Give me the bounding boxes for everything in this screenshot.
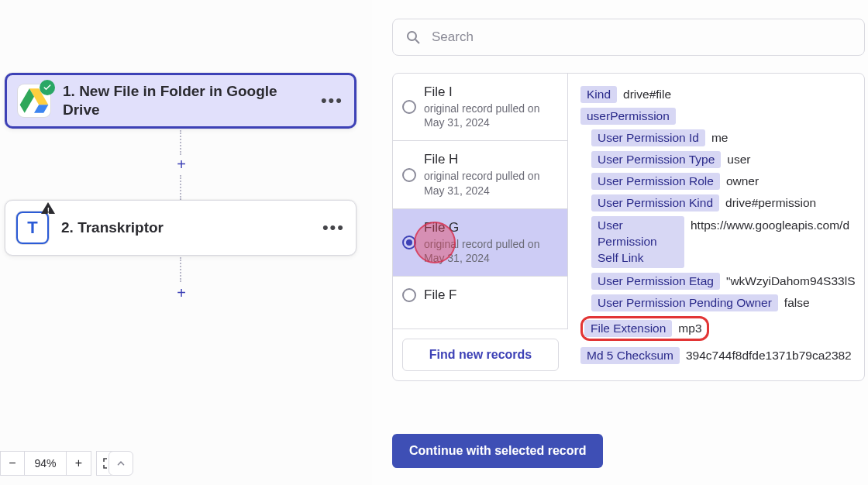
record-meta: original record pulled onMay 31, 2024 bbox=[424, 169, 555, 197]
detail-key: User Permission Pending Owner bbox=[591, 294, 778, 311]
zoom-out-button[interactable]: − bbox=[0, 451, 25, 476]
detail-key: User Permission Role bbox=[591, 173, 720, 190]
collapse-panel-button[interactable] bbox=[108, 451, 133, 476]
detail-row: User Permission Typeuser bbox=[591, 151, 856, 168]
record-list[interactable]: File I original record pulled onMay 31, … bbox=[393, 74, 568, 328]
detail-key: File Extension bbox=[584, 320, 672, 337]
record-item[interactable]: File G original record pulled onMay 31, … bbox=[393, 209, 567, 277]
detail-key: User Permission Etag bbox=[591, 273, 720, 290]
connector bbox=[180, 257, 181, 282]
record-meta: original record pulled onMay 31, 2024 bbox=[424, 237, 555, 265]
detail-key: User Permission Type bbox=[591, 151, 721, 168]
step-menu-button[interactable]: ••• bbox=[321, 91, 343, 111]
step-card-1[interactable]: 1. New File in Folder in Google Drive ••… bbox=[5, 73, 356, 129]
detail-key: Kind bbox=[580, 86, 617, 103]
search-field-wrap[interactable] bbox=[392, 19, 865, 56]
record-picker: File I original record pulled onMay 31, … bbox=[392, 73, 865, 381]
record-name: File I bbox=[424, 84, 555, 100]
record-item[interactable]: File H original record pulled onMay 31, … bbox=[393, 141, 567, 208]
radio-icon bbox=[402, 100, 416, 114]
connector bbox=[180, 175, 181, 200]
search-icon bbox=[405, 29, 421, 45]
record-name: File F bbox=[424, 287, 555, 303]
find-row: Find new records bbox=[393, 328, 568, 380]
detail-key: User Permission Self Link bbox=[591, 216, 684, 268]
detail-row: User Permission Pending Ownerfalse bbox=[591, 294, 856, 311]
add-step-button[interactable]: + bbox=[172, 284, 191, 302]
record-meta: original record pulled onMay 31, 2024 bbox=[424, 101, 555, 129]
zoom-in-button[interactable]: + bbox=[67, 451, 91, 476]
record-name: File H bbox=[424, 152, 555, 167]
record-item[interactable]: File I original record pulled onMay 31, … bbox=[393, 74, 567, 141]
record-name: File G bbox=[424, 220, 555, 236]
warn-glyph: ! bbox=[47, 207, 50, 215]
workflow-canvas: 1. New File in Folder in Google Drive ••… bbox=[0, 0, 372, 485]
step-card-2[interactable]: T ! 2. Transkriptor ••• bbox=[5, 200, 356, 256]
step-title: 1. New File in Folder in Google Drive bbox=[63, 82, 308, 119]
detail-value: owner bbox=[726, 174, 759, 188]
detail-value: https://www.googleapis.com/d bbox=[691, 218, 849, 232]
svg-line-4 bbox=[415, 40, 419, 43]
detail-key: Md 5 Checksum bbox=[580, 347, 680, 364]
zoom-level[interactable]: 94% bbox=[25, 451, 67, 476]
google-drive-icon bbox=[18, 84, 50, 117]
detail-value: user bbox=[727, 153, 750, 167]
record-item[interactable]: File F bbox=[393, 277, 567, 314]
step-title: 2. Transkriptor bbox=[61, 218, 310, 237]
detail-value: false bbox=[784, 296, 810, 310]
record-detail[interactable]: Kinddrive#fileuserPermissionUser Permiss… bbox=[568, 74, 864, 380]
search-input[interactable] bbox=[430, 29, 852, 46]
detail-row: File Extensionmp3 bbox=[580, 316, 709, 341]
svg-marker-1 bbox=[34, 105, 48, 113]
detail-value: 394c744f8dfde1371b79ca2382 bbox=[686, 349, 852, 363]
detail-value: me bbox=[711, 131, 728, 145]
connector bbox=[180, 130, 181, 155]
step-menu-button[interactable]: ••• bbox=[322, 218, 345, 238]
detail-value: drive#permission bbox=[725, 196, 816, 210]
detail-row: Kinddrive#file bbox=[580, 86, 856, 103]
detail-value: "wkWzyiDahom94S33lS bbox=[726, 274, 856, 288]
detail-row: User Permission Etag"wkWzyiDahom94S33lS bbox=[591, 273, 856, 290]
radio-icon bbox=[402, 168, 416, 182]
detail-row: Md 5 Checksum394c744f8dfde1371b79ca2382 bbox=[580, 347, 856, 364]
radio-icon bbox=[402, 236, 416, 249]
find-new-records-button[interactable]: Find new records bbox=[402, 339, 559, 371]
detail-row: User Permission Idme bbox=[591, 129, 856, 146]
detail-value: drive#file bbox=[623, 88, 671, 101]
detail-value: mp3 bbox=[678, 322, 701, 335]
detail-row: userPermission bbox=[580, 108, 856, 125]
detail-key: userPermission bbox=[580, 108, 676, 125]
zoom-toolbar: − 94% + bbox=[0, 451, 121, 476]
transkriptor-icon: T ! bbox=[16, 212, 49, 244]
radio-icon bbox=[402, 288, 416, 302]
detail-key: User Permission Kind bbox=[591, 194, 719, 212]
detail-row: User Permission Kinddrive#permission bbox=[591, 194, 856, 212]
add-step-button[interactable]: + bbox=[172, 155, 191, 174]
detail-row: User Permission Roleowner bbox=[591, 173, 856, 190]
detail-key: User Permission Id bbox=[591, 129, 705, 146]
record-picker-panel: File I original record pulled onMay 31, … bbox=[380, 0, 868, 485]
svg-point-3 bbox=[408, 32, 416, 40]
detail-row: User Permission Self Linkhttps://www.goo… bbox=[591, 216, 856, 268]
status-ok-badge bbox=[40, 80, 55, 95]
continue-button[interactable]: Continue with selected record bbox=[392, 434, 603, 468]
